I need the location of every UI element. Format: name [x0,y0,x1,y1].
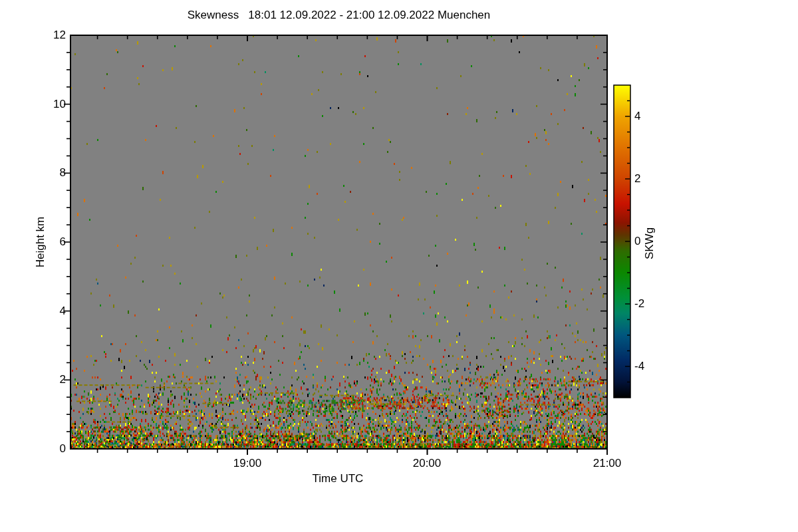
colorbar-tick-label-0: 0 [634,235,640,248]
x-tick-label-2100: 21:00 [581,457,634,470]
colorbar-tick-label-2: 2 [634,172,640,186]
colorbar-tick-label-4: 4 [634,110,640,123]
colorbar-tick-label-m4: -4 [634,360,644,373]
y-tick-label-4: 4 [35,305,66,318]
y-tick-label-0: 0 [35,442,66,456]
y-axis-label: Height km [34,217,47,268]
y-tick-label-10: 10 [35,98,66,111]
y-tick-label-8: 8 [35,166,66,180]
x-tick-label-1900: 19:00 [221,457,274,470]
chart-title: Skewness 18:01 12.09.2022 - 21:00 12.09.… [70,9,607,22]
skewness-heatmap-canvas [0,0,798,532]
x-axis-label: Time UTC [298,472,378,485]
y-tick-label-12: 12 [35,29,66,42]
colorbar-label: SKWg [643,227,656,259]
y-tick-label-2: 2 [35,373,66,386]
colorbar-tick-label-m2: -2 [634,297,644,311]
x-tick-label-2000: 20:00 [400,457,454,470]
